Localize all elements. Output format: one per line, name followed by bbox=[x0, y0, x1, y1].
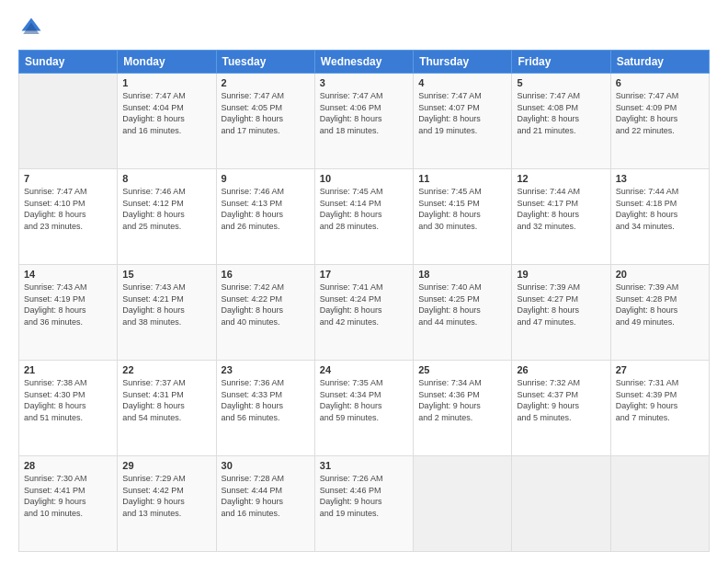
day-number: 30 bbox=[222, 460, 310, 471]
calendar-week-4: 21Sunrise: 7:38 AM Sunset: 4:30 PM Dayli… bbox=[19, 361, 710, 456]
calendar-cell bbox=[19, 74, 118, 169]
calendar-cell: 20Sunrise: 7:39 AM Sunset: 4:28 PM Dayli… bbox=[610, 265, 709, 361]
calendar-week-3: 14Sunrise: 7:43 AM Sunset: 4:19 PM Dayli… bbox=[19, 265, 710, 361]
calendar-cell: 18Sunrise: 7:40 AM Sunset: 4:25 PM Dayli… bbox=[414, 265, 512, 361]
day-info: Sunrise: 7:42 AM Sunset: 4:22 PM Dayligh… bbox=[222, 282, 310, 327]
day-number: 14 bbox=[24, 269, 112, 280]
day-info: Sunrise: 7:45 AM Sunset: 4:14 PM Dayligh… bbox=[320, 186, 408, 232]
day-info: Sunrise: 7:47 AM Sunset: 4:04 PM Dayligh… bbox=[122, 90, 210, 136]
calendar-header-sunday: Sunday bbox=[19, 51, 118, 74]
calendar-header-saturday: Saturday bbox=[610, 51, 709, 74]
day-info: Sunrise: 7:43 AM Sunset: 4:19 PM Dayligh… bbox=[24, 282, 112, 327]
calendar-cell: 28Sunrise: 7:30 AM Sunset: 4:41 PM Dayli… bbox=[19, 456, 118, 552]
day-number: 1 bbox=[122, 77, 210, 88]
calendar-header-monday: Monday bbox=[118, 51, 216, 74]
calendar-cell: 30Sunrise: 7:28 AM Sunset: 4:44 PM Dayli… bbox=[216, 456, 314, 552]
day-number: 21 bbox=[24, 364, 112, 375]
calendar-cell: 16Sunrise: 7:42 AM Sunset: 4:22 PM Dayli… bbox=[216, 265, 314, 361]
day-number: 27 bbox=[616, 364, 704, 375]
day-info: Sunrise: 7:44 AM Sunset: 4:17 PM Dayligh… bbox=[517, 186, 605, 232]
calendar-cell: 8Sunrise: 7:46 AM Sunset: 4:12 PM Daylig… bbox=[118, 169, 216, 265]
day-info: Sunrise: 7:45 AM Sunset: 4:15 PM Dayligh… bbox=[418, 186, 506, 232]
calendar-cell: 23Sunrise: 7:36 AM Sunset: 4:33 PM Dayli… bbox=[216, 361, 314, 456]
day-number: 19 bbox=[517, 269, 605, 280]
calendar-cell: 3Sunrise: 7:47 AM Sunset: 4:06 PM Daylig… bbox=[314, 74, 413, 169]
calendar-cell: 12Sunrise: 7:44 AM Sunset: 4:17 PM Dayli… bbox=[512, 169, 610, 265]
day-info: Sunrise: 7:47 AM Sunset: 4:09 PM Dayligh… bbox=[616, 90, 704, 136]
calendar-header-friday: Friday bbox=[512, 51, 610, 74]
calendar-table: SundayMondayTuesdayWednesdayThursdayFrid… bbox=[18, 50, 710, 552]
calendar-cell: 14Sunrise: 7:43 AM Sunset: 4:19 PM Dayli… bbox=[19, 265, 118, 361]
day-number: 7 bbox=[24, 173, 112, 184]
calendar-cell: 31Sunrise: 7:26 AM Sunset: 4:46 PM Dayli… bbox=[314, 456, 413, 552]
calendar-week-5: 28Sunrise: 7:30 AM Sunset: 4:41 PM Dayli… bbox=[19, 456, 710, 552]
day-number: 8 bbox=[122, 173, 210, 184]
logo bbox=[18, 15, 48, 40]
calendar-cell: 5Sunrise: 7:47 AM Sunset: 4:08 PM Daylig… bbox=[512, 74, 610, 169]
calendar-header-row: SundayMondayTuesdayWednesdayThursdayFrid… bbox=[19, 51, 710, 74]
day-info: Sunrise: 7:30 AM Sunset: 4:41 PM Dayligh… bbox=[24, 473, 112, 519]
day-info: Sunrise: 7:46 AM Sunset: 4:13 PM Dayligh… bbox=[222, 186, 310, 232]
day-info: Sunrise: 7:44 AM Sunset: 4:18 PM Dayligh… bbox=[616, 186, 704, 232]
day-number: 2 bbox=[222, 77, 310, 88]
day-info: Sunrise: 7:39 AM Sunset: 4:28 PM Dayligh… bbox=[616, 282, 704, 327]
day-info: Sunrise: 7:47 AM Sunset: 4:05 PM Dayligh… bbox=[222, 90, 310, 136]
day-info: Sunrise: 7:47 AM Sunset: 4:07 PM Dayligh… bbox=[418, 90, 506, 136]
calendar-header-wednesday: Wednesday bbox=[314, 51, 413, 74]
day-number: 10 bbox=[320, 173, 408, 184]
calendar-cell: 21Sunrise: 7:38 AM Sunset: 4:30 PM Dayli… bbox=[19, 361, 118, 456]
logo-icon bbox=[18, 15, 44, 40]
day-number: 26 bbox=[517, 364, 605, 375]
calendar-cell: 4Sunrise: 7:47 AM Sunset: 4:07 PM Daylig… bbox=[414, 74, 512, 169]
day-number: 4 bbox=[418, 77, 506, 88]
day-info: Sunrise: 7:29 AM Sunset: 4:42 PM Dayligh… bbox=[122, 473, 210, 519]
header bbox=[18, 15, 710, 40]
day-info: Sunrise: 7:35 AM Sunset: 4:34 PM Dayligh… bbox=[320, 377, 408, 423]
day-number: 16 bbox=[222, 269, 310, 280]
calendar-cell: 11Sunrise: 7:45 AM Sunset: 4:15 PM Dayli… bbox=[414, 169, 512, 265]
calendar-cell: 17Sunrise: 7:41 AM Sunset: 4:24 PM Dayli… bbox=[314, 265, 413, 361]
day-info: Sunrise: 7:28 AM Sunset: 4:44 PM Dayligh… bbox=[222, 473, 310, 519]
calendar-header-thursday: Thursday bbox=[414, 51, 512, 74]
day-number: 12 bbox=[517, 173, 605, 184]
day-info: Sunrise: 7:40 AM Sunset: 4:25 PM Dayligh… bbox=[418, 282, 506, 327]
calendar-cell: 9Sunrise: 7:46 AM Sunset: 4:13 PM Daylig… bbox=[216, 169, 314, 265]
calendar-cell: 10Sunrise: 7:45 AM Sunset: 4:14 PM Dayli… bbox=[314, 169, 413, 265]
day-number: 29 bbox=[122, 460, 210, 471]
calendar-header-tuesday: Tuesday bbox=[216, 51, 314, 74]
calendar-week-1: 1Sunrise: 7:47 AM Sunset: 4:04 PM Daylig… bbox=[19, 74, 710, 169]
calendar-cell: 22Sunrise: 7:37 AM Sunset: 4:31 PM Dayli… bbox=[118, 361, 216, 456]
day-number: 5 bbox=[517, 77, 605, 88]
calendar-cell: 15Sunrise: 7:43 AM Sunset: 4:21 PM Dayli… bbox=[118, 265, 216, 361]
day-number: 11 bbox=[418, 173, 506, 184]
day-number: 20 bbox=[616, 269, 704, 280]
calendar-cell: 29Sunrise: 7:29 AM Sunset: 4:42 PM Dayli… bbox=[118, 456, 216, 552]
calendar-cell: 24Sunrise: 7:35 AM Sunset: 4:34 PM Dayli… bbox=[314, 361, 413, 456]
calendar-cell bbox=[414, 456, 512, 552]
day-info: Sunrise: 7:39 AM Sunset: 4:27 PM Dayligh… bbox=[517, 282, 605, 327]
day-info: Sunrise: 7:37 AM Sunset: 4:31 PM Dayligh… bbox=[122, 377, 210, 423]
page: SundayMondayTuesdayWednesdayThursdayFrid… bbox=[0, 0, 728, 563]
day-info: Sunrise: 7:38 AM Sunset: 4:30 PM Dayligh… bbox=[24, 377, 112, 423]
day-info: Sunrise: 7:47 AM Sunset: 4:08 PM Dayligh… bbox=[517, 90, 605, 136]
calendar-week-2: 7Sunrise: 7:47 AM Sunset: 4:10 PM Daylig… bbox=[19, 169, 710, 265]
day-number: 31 bbox=[320, 460, 408, 471]
day-number: 9 bbox=[222, 173, 310, 184]
day-number: 28 bbox=[24, 460, 112, 471]
day-info: Sunrise: 7:46 AM Sunset: 4:12 PM Dayligh… bbox=[122, 186, 210, 232]
calendar-cell bbox=[610, 456, 709, 552]
day-number: 15 bbox=[122, 269, 210, 280]
calendar-cell: 7Sunrise: 7:47 AM Sunset: 4:10 PM Daylig… bbox=[19, 169, 118, 265]
calendar-cell: 25Sunrise: 7:34 AM Sunset: 4:36 PM Dayli… bbox=[414, 361, 512, 456]
day-info: Sunrise: 7:47 AM Sunset: 4:10 PM Dayligh… bbox=[24, 186, 112, 232]
day-info: Sunrise: 7:36 AM Sunset: 4:33 PM Dayligh… bbox=[222, 377, 310, 423]
day-info: Sunrise: 7:31 AM Sunset: 4:39 PM Dayligh… bbox=[616, 377, 704, 423]
day-number: 18 bbox=[418, 269, 506, 280]
day-number: 3 bbox=[320, 77, 408, 88]
day-number: 24 bbox=[320, 364, 408, 375]
day-info: Sunrise: 7:43 AM Sunset: 4:21 PM Dayligh… bbox=[122, 282, 210, 327]
day-number: 25 bbox=[418, 364, 506, 375]
day-number: 13 bbox=[616, 173, 704, 184]
calendar-cell: 27Sunrise: 7:31 AM Sunset: 4:39 PM Dayli… bbox=[610, 361, 709, 456]
day-number: 22 bbox=[122, 364, 210, 375]
